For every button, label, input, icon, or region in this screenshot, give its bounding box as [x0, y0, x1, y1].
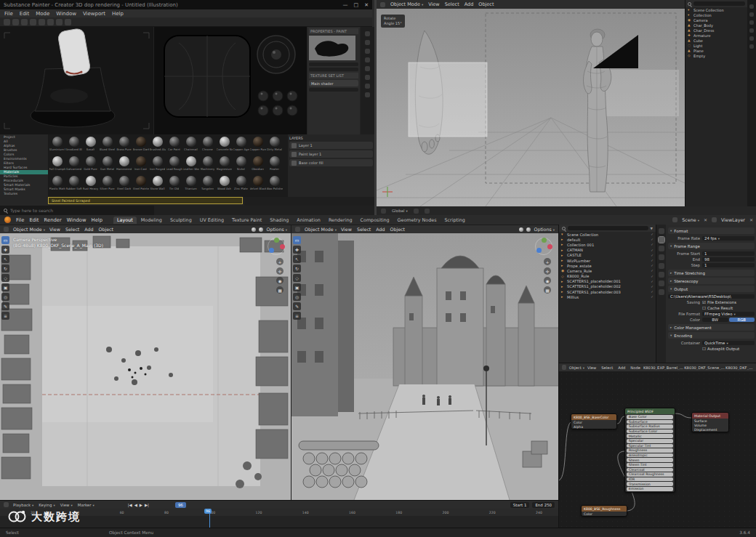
editor-type-icon[interactable]: [4, 227, 9, 232]
properties-tab-material-icon[interactable]: [659, 289, 664, 295]
mode-dropdown[interactable]: Object Mode: [13, 227, 45, 232]
viewlayer-selector[interactable]: ViewLayer: [721, 217, 745, 223]
visibility-toggle[interactable]: ✓: [651, 233, 654, 236]
paint-tool-icon[interactable]: [4, 19, 10, 25]
sp-menu-item[interactable]: Mode: [36, 11, 49, 17]
node-socket-row[interactable]: Displacement: [692, 427, 728, 432]
viewport-tool-button[interactable]: ▭: [293, 236, 301, 244]
sp-dock-icon[interactable]: [365, 92, 370, 97]
viewport-tool-button[interactable]: ↖: [1, 255, 9, 263]
node-socket-row[interactable]: Clearcoat Roughness: [627, 472, 673, 477]
visibility-toggle[interactable]: ✓: [651, 254, 654, 257]
node-canvas[interactable]: K800_BSE_BaseColor ColorAlpha Principled…: [559, 371, 756, 528]
outliner-row[interactable]: ▸ CASTLE ✓: [559, 253, 656, 258]
material-thumbnail[interactable]: Magnesium: [216, 155, 233, 174]
outliner-row[interactable]: ▾ Collection: [685, 12, 747, 17]
principled-bsdf-node[interactable]: Principled BSDF Base ColorSubsurfaceSubs…: [624, 408, 675, 493]
viewport-tool-button[interactable]: ▣: [1, 283, 9, 291]
section-color-management[interactable]: Color Management: [674, 326, 711, 330]
material-thumbnail[interactable]: Copper Pure: [249, 135, 266, 155]
menu-item[interactable]: File: [16, 217, 24, 223]
visibility-toggle[interactable]: ✓: [651, 280, 654, 283]
node-menu-item[interactable]: Add: [618, 366, 625, 370]
properties-tab-output-icon[interactable]: [659, 237, 664, 243]
visibility-toggle[interactable]: ✓: [651, 295, 654, 299]
material-thumbnail[interactable]: Anodized Blue: [65, 135, 82, 155]
operator-panel[interactable]: Rotate Angle 15°: [381, 15, 405, 28]
material-thumbnail[interactable]: Machinery: [199, 155, 216, 174]
editor-type-icon[interactable]: [295, 227, 300, 232]
node-socket-row[interactable]: Roughness: [627, 448, 673, 453]
shading-mode-icon[interactable]: [526, 227, 531, 232]
color-bw-button[interactable]: BW: [702, 318, 728, 323]
sp-menu-item[interactable]: Edit: [20, 11, 30, 17]
visibility-toggle[interactable]: ✓: [651, 269, 654, 272]
character-3d-viewport[interactable]: Rotate Angle 15°: [377, 9, 685, 206]
material-thumbnail[interactable]: Blued Steel: [99, 135, 116, 155]
viewport-menu-item[interactable]: Add: [84, 227, 93, 232]
node-socket-row[interactable]: Subsurface Radius: [627, 424, 673, 429]
editor-type-icon[interactable]: [4, 502, 9, 507]
sp-texture-set-item[interactable]: Main shader: [309, 80, 358, 86]
nav-icon[interactable]: ▦: [276, 286, 284, 294]
material-thumbnail[interactable]: Plastic Matte: [49, 174, 65, 194]
breadcrumb-item[interactable]: K8030_EXP_Barrel_A_Main.002: [643, 366, 684, 370]
outliner-row[interactable]: ▸ Prope_estate ✓: [559, 263, 656, 268]
outliner-search-field[interactable]: [693, 1, 745, 6]
material-thumbnail[interactable]: Steel Painted: [132, 174, 149, 194]
workspace-tab[interactable]: Modeling: [137, 217, 166, 224]
material-thumbnail[interactable]: Steel Dark: [116, 174, 132, 194]
outliner-row[interactable]: ▲ Char_Body: [685, 23, 747, 28]
visibility-toggle[interactable]: ✓: [651, 249, 654, 252]
shading-mode-icon[interactable]: [259, 227, 263, 232]
mode-dropdown[interactable]: Object Mode: [305, 227, 337, 232]
sp-dock-icon[interactable]: [365, 84, 370, 89]
viewport-tool-button[interactable]: ≡: [293, 312, 301, 320]
material-thumbnail[interactable]: Copper Aged: [233, 135, 249, 155]
sp-hardness-slider[interactable]: [309, 88, 358, 92]
properties-tab-object-icon[interactable]: [659, 272, 664, 278]
workspace-tab[interactable]: Sculpting: [166, 217, 196, 224]
playback-button[interactable]: |◀: [128, 503, 132, 507]
search-icon[interactable]: [562, 227, 566, 230]
menu-item[interactable]: Help: [92, 217, 103, 223]
node-socket-row[interactable]: Sheen Tint: [627, 463, 673, 467]
properties-tab-icon[interactable]: [749, 12, 754, 17]
material-thumbnail[interactable]: Brushed Alu: [149, 135, 166, 155]
viewport-menu-item[interactable]: Add: [376, 227, 385, 232]
color-rgb-button[interactable]: RGB: [729, 318, 755, 323]
nav-icon[interactable]: ✛: [276, 267, 284, 275]
node-socket-row[interactable]: Base Color: [627, 415, 673, 419]
material-thumbnail[interactable]: Gun Metal: [99, 155, 116, 174]
viewport-menu-item[interactable]: View: [341, 227, 352, 232]
properties-tab-scene-icon[interactable]: [659, 254, 664, 260]
viewport-menu-item[interactable]: Object: [478, 1, 494, 7]
outliner-row[interactable]: ▾ Scene Collection: [685, 7, 747, 12]
node-socket-row[interactable]: Emission: [627, 487, 673, 491]
outliner-row[interactable]: ◉ Camera: [685, 17, 747, 23]
material-thumbnail[interactable]: Zinc Plate: [233, 174, 249, 194]
material-thumbnail[interactable]: Basalt: [82, 135, 99, 155]
sp-dock-icon[interactable]: [365, 31, 370, 36]
timeline-menu-item[interactable]: Marker: [78, 503, 94, 507]
outliner-row[interactable]: ▾ Scene Collection ✓: [559, 232, 656, 237]
viewport-menu-item[interactable]: Add: [465, 1, 474, 7]
output-path-field[interactable]: C:\Users\Alienware\RSDesktop\: [668, 294, 755, 299]
proportional-edit-icon[interactable]: [414, 209, 419, 214]
sp-2d-texture-viewport[interactable]: [154, 27, 307, 134]
properties-tab-icon[interactable]: [749, 20, 754, 25]
workspace-tab[interactable]: UV Editing: [196, 217, 228, 224]
material-thumbnail[interactable]: Titanium: [182, 174, 199, 194]
transform-orientation-dropdown[interactable]: Global: [392, 209, 408, 213]
material-thumbnail[interactable]: Wood Ash: [216, 174, 233, 194]
menu-item[interactable]: Window: [67, 217, 87, 223]
properties-tab-render-icon[interactable]: [659, 228, 664, 234]
polygon-fill-tool-icon[interactable]: [30, 19, 36, 25]
node-socket-row[interactable]: Subsurface Color: [627, 429, 673, 434]
viewport-tool-button[interactable]: ▭: [1, 236, 9, 244]
navigation-gizmo[interactable]: [268, 238, 285, 255]
eraser-tool-icon[interactable]: [12, 19, 19, 25]
viewport-tool-button[interactable]: ▣: [293, 283, 301, 291]
maximize-button[interactable]: □: [354, 2, 359, 8]
viewport-tool-button[interactable]: ✎: [1, 302, 9, 310]
